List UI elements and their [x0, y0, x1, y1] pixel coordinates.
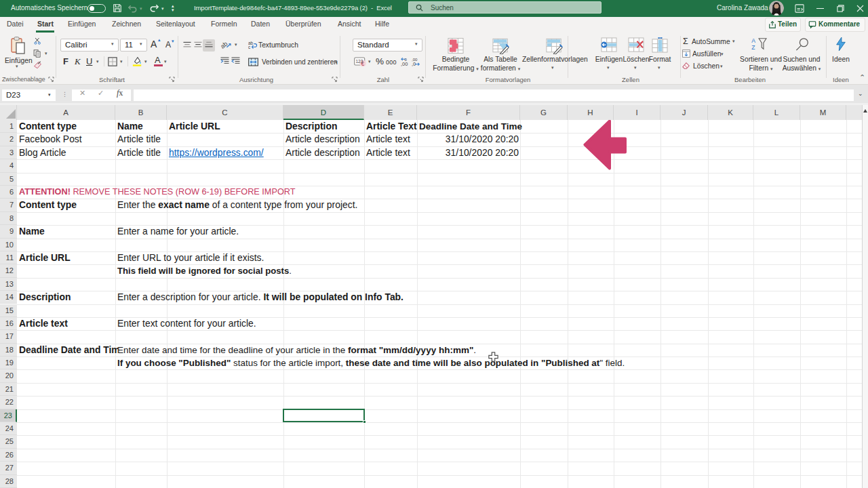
svg-text:123: 123 — [356, 59, 363, 64]
svg-text:Z: Z — [751, 44, 755, 51]
svg-text:,00: ,00 — [401, 61, 408, 66]
svg-text:c: c — [248, 45, 251, 49]
svg-text:ab: ab — [221, 40, 229, 50]
svg-text:,0: ,0 — [412, 61, 416, 66]
svg-text:A: A — [751, 37, 755, 44]
